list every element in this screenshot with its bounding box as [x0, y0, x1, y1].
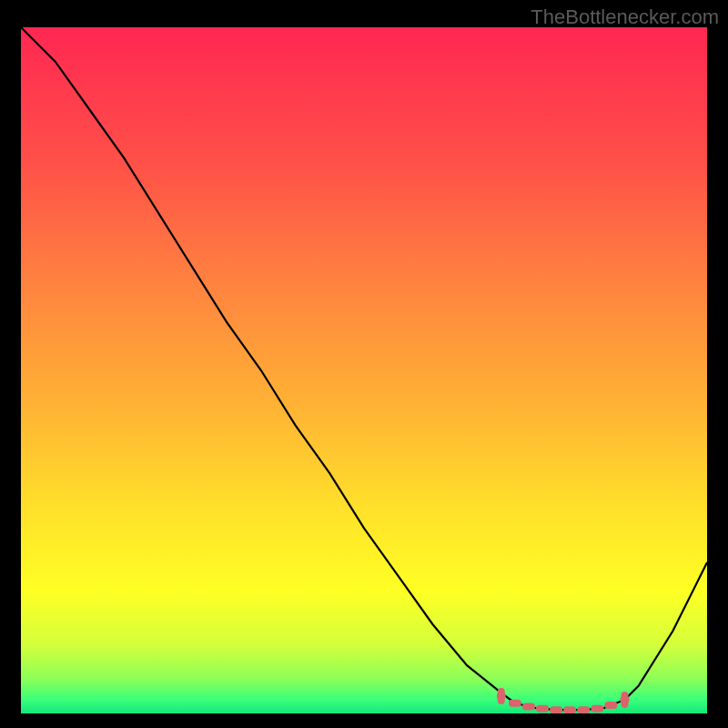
chart-area: [21, 27, 707, 713]
svg-rect-5: [550, 706, 562, 713]
svg-rect-11: [498, 688, 505, 704]
svg-rect-12: [622, 692, 629, 708]
svg-rect-3: [522, 703, 535, 711]
svg-rect-9: [604, 702, 617, 709]
svg-rect-2: [509, 700, 521, 707]
svg-rect-6: [563, 706, 576, 713]
svg-rect-4: [536, 705, 549, 713]
line-layer: [21, 27, 707, 713]
watermark-text: TheBottlenecker.com: [531, 5, 719, 29]
svg-rect-7: [577, 706, 590, 713]
svg-rect-8: [591, 705, 603, 713]
curve-line: [21, 27, 707, 710]
